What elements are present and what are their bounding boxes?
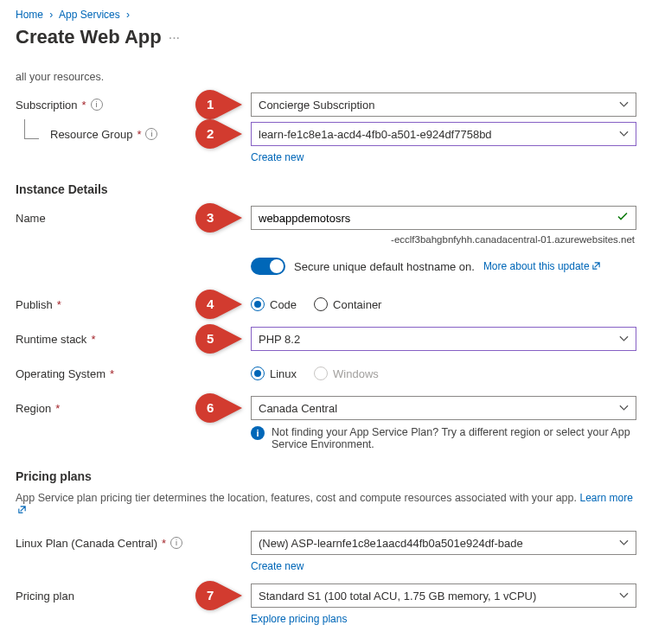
publish-label: Publish* bbox=[16, 298, 251, 311]
region-select[interactable]: Canada Central bbox=[251, 396, 636, 420]
name-input[interactable] bbox=[259, 212, 596, 225]
resource-group-label: Resource Group* i bbox=[16, 128, 251, 141]
runtime-select[interactable]: PHP 8.2 bbox=[251, 327, 636, 351]
pricing-plan-select[interactable]: Standard S1 (100 total ACU, 1.75 GB memo… bbox=[251, 583, 636, 608]
subscription-select[interactable]: Concierge Subscription bbox=[251, 92, 636, 117]
toggle-more-link[interactable]: More about this update bbox=[483, 260, 601, 272]
publish-container-radio[interactable]: Container bbox=[314, 297, 381, 311]
pricing-plans-heading: Pricing plans bbox=[16, 469, 636, 483]
chevron-right-icon: › bbox=[126, 9, 130, 21]
chevron-down-icon bbox=[619, 130, 629, 139]
name-label: Name bbox=[16, 212, 251, 225]
chevron-down-icon bbox=[619, 591, 629, 601]
more-icon[interactable]: ··· bbox=[169, 30, 180, 45]
hostname-toggle[interactable] bbox=[251, 258, 285, 275]
runtime-label: Runtime stack* bbox=[16, 333, 251, 346]
chevron-down-icon bbox=[619, 539, 629, 548]
linux-plan-select[interactable]: (New) ASP-learnfe1c8e1aacd44fb0a501e924d… bbox=[251, 531, 636, 555]
breadcrumb-home[interactable]: Home bbox=[16, 9, 43, 21]
chevron-down-icon bbox=[619, 404, 629, 413]
instance-details-heading: Instance Details bbox=[16, 182, 636, 196]
chevron-down-icon bbox=[619, 335, 629, 344]
os-label: Operating System* bbox=[16, 367, 251, 380]
resource-group-select[interactable]: learn-fe1c8e1a-acd4-4fb0-a501-e924df7758… bbox=[251, 122, 636, 146]
chevron-down-icon bbox=[619, 100, 629, 110]
info-icon[interactable]: i bbox=[145, 128, 157, 140]
explore-plans-link[interactable]: Explore pricing plans bbox=[251, 613, 347, 625]
os-linux-radio[interactable]: Linux bbox=[251, 367, 297, 380]
create-new-rg-link[interactable]: Create new bbox=[251, 151, 304, 163]
breadcrumb-appservices[interactable]: App Services bbox=[59, 9, 120, 21]
check-icon bbox=[617, 211, 629, 226]
pricing-intro: App Service plan pricing tier determines… bbox=[16, 492, 636, 516]
create-new-plan-link[interactable]: Create new bbox=[251, 560, 304, 572]
subscription-label: Subscription* i bbox=[16, 99, 251, 112]
linux-plan-label: Linux Plan (Canada Central)* i bbox=[16, 537, 251, 550]
external-link-icon bbox=[591, 260, 601, 272]
region-label: Region* bbox=[16, 402, 251, 415]
hostname-suffix: -ecclf3bahgbnfyhh.canadacentral-01.azure… bbox=[251, 234, 636, 245]
publish-code-radio[interactable]: Code bbox=[251, 297, 297, 311]
info-icon[interactable]: i bbox=[91, 99, 103, 111]
external-link-icon bbox=[17, 504, 27, 516]
os-windows-radio: Windows bbox=[314, 367, 379, 380]
name-input-wrapper bbox=[251, 206, 636, 230]
toggle-text: Secure unique default hostname on. bbox=[294, 260, 475, 273]
pricing-plan-label: Pricing plan bbox=[16, 590, 251, 603]
info-icon: i bbox=[251, 426, 265, 440]
chevron-right-icon: › bbox=[49, 9, 53, 21]
preamble-text: all your resources. bbox=[16, 71, 636, 83]
region-note: Not finding your App Service Plan? Try a… bbox=[272, 426, 636, 450]
page-title: Create Web App··· bbox=[16, 26, 636, 48]
info-icon[interactable]: i bbox=[170, 537, 182, 549]
breadcrumb: Home › App Services › bbox=[16, 9, 636, 21]
